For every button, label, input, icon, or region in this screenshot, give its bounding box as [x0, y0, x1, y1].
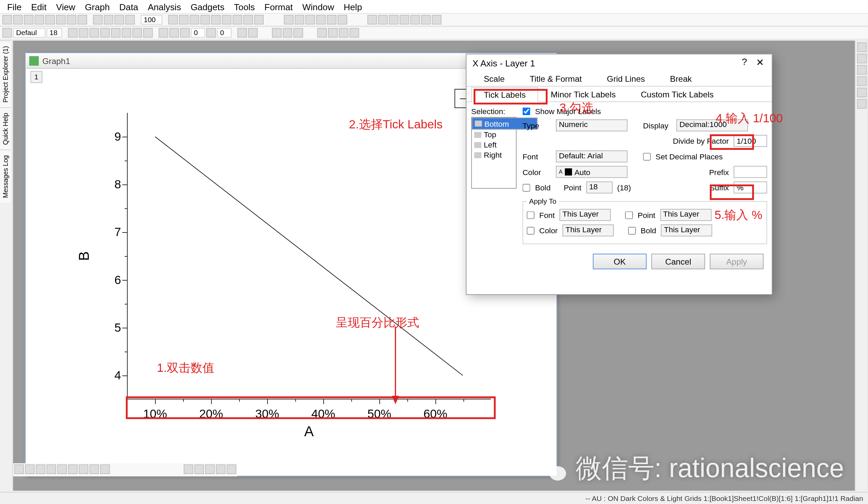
hist-icon[interactable]: [216, 464, 226, 474]
stat-icon[interactable]: [227, 464, 236, 474]
bar-plot-icon[interactable]: [46, 464, 56, 474]
apps-icon[interactable]: [857, 54, 866, 63]
reader-icon[interactable]: [327, 15, 337, 24]
show-major-labels-checkbox[interactable]: [523, 108, 530, 115]
line-style-icon[interactable]: [158, 28, 168, 38]
aux1-icon[interactable]: [421, 15, 431, 24]
scatter-plot-icon[interactable]: [36, 464, 45, 474]
merge-icon[interactable]: [200, 15, 210, 24]
pattern-icon[interactable]: [238, 28, 247, 38]
x-axis-label[interactable]: A: [304, 423, 314, 440]
object-manager-icon[interactable]: [857, 42, 866, 52]
align-icon[interactable]: [328, 28, 338, 38]
gs-icon[interactable]: [410, 15, 420, 24]
paste-icon[interactable]: [115, 15, 124, 24]
font-color-icon[interactable]: [132, 28, 142, 38]
box-icon[interactable]: [205, 464, 215, 474]
pie-plot-icon[interactable]: [68, 464, 78, 474]
line-width-icon[interactable]: [169, 28, 179, 38]
line-plot-icon[interactable]: [25, 464, 35, 474]
x-axis[interactable]: [127, 399, 490, 400]
axes[interactable]: 9 8 7 6 5 4 10% 20% 30% 40% 5: [127, 113, 490, 399]
set-decimal-checkbox[interactable]: [643, 153, 651, 160]
font-size-input[interactable]: [46, 28, 62, 38]
selection-right[interactable]: Right: [472, 150, 516, 160]
bold-checkbox[interactable]: [523, 183, 530, 191]
menu-view[interactable]: View: [52, 1, 79, 12]
add-axes-icon[interactable]: [222, 15, 231, 24]
applyto-bold-scope[interactable]: This Layer: [661, 224, 713, 236]
marker-icon[interactable]: [248, 28, 258, 38]
menu-help[interactable]: Help: [340, 1, 365, 12]
area-plot-icon[interactable]: [79, 464, 88, 474]
refresh-icon[interactable]: [125, 15, 135, 24]
menu-file[interactable]: File: [4, 1, 25, 12]
suffix-input[interactable]: [734, 182, 767, 193]
tab-break[interactable]: Break: [658, 71, 704, 86]
text-tool-icon[interactable]: [2, 28, 12, 38]
menu-graph[interactable]: Graph: [81, 1, 113, 12]
menu-edit[interactable]: Edit: [28, 1, 50, 12]
prefix-input[interactable]: [734, 166, 767, 178]
tab-tick-labels[interactable]: Tick Labels: [471, 87, 538, 102]
other-dock2-icon[interactable]: [857, 99, 866, 109]
group-icon[interactable]: [339, 28, 349, 38]
new-excel-icon[interactable]: [24, 15, 33, 24]
dialog-titlebar[interactable]: X Axis - Layer 1 ? ✕: [466, 54, 772, 71]
quick-help-tab[interactable]: Quick Help: [0, 107, 11, 150]
pointer-icon[interactable]: [14, 464, 24, 474]
copy-icon[interactable]: [104, 15, 113, 24]
point-select[interactable]: 18: [586, 182, 612, 193]
new-matrix-icon[interactable]: [45, 15, 55, 24]
mask-icon[interactable]: [272, 28, 281, 38]
stock-icon[interactable]: [184, 464, 193, 474]
italic-icon[interactable]: [79, 28, 88, 38]
selection-left[interactable]: Left: [472, 140, 516, 150]
aux2-icon[interactable]: [432, 15, 441, 24]
rescale-icon[interactable]: [179, 15, 188, 24]
dup-icon[interactable]: [254, 15, 264, 24]
xyz-icon[interactable]: [368, 15, 377, 24]
underline-icon[interactable]: [90, 28, 99, 38]
extract-icon[interactable]: [211, 15, 221, 24]
bg-color-icon[interactable]: [143, 28, 153, 38]
type-select[interactable]: Numeric: [556, 120, 628, 131]
data-line[interactable]: [127, 113, 490, 399]
menu-format[interactable]: Format: [261, 1, 296, 12]
y-axis-label[interactable]: B: [76, 251, 93, 261]
zoom-out-icon[interactable]: [294, 15, 304, 24]
open-icon[interactable]: [56, 15, 66, 24]
cancel-button[interactable]: Cancel: [651, 254, 705, 269]
fill-icon[interactable]: [207, 28, 216, 38]
column-plot-icon[interactable]: [57, 464, 67, 474]
region-icon[interactable]: [293, 28, 303, 38]
new-project-icon[interactable]: [2, 15, 12, 24]
menu-gadgets[interactable]: Gadgets: [187, 1, 228, 12]
plot-setup-icon[interactable]: [168, 15, 178, 24]
superscript-icon[interactable]: [100, 28, 110, 38]
wire-icon[interactable]: [400, 15, 409, 24]
zoom-all-icon[interactable]: [316, 15, 326, 24]
selection-list[interactable]: Bottom Top Left Right: [471, 117, 517, 189]
ungroup-icon[interactable]: [350, 28, 359, 38]
other-dock-icon[interactable]: [857, 88, 866, 98]
divide-by-factor-input[interactable]: [734, 135, 767, 147]
applyto-bold-checkbox[interactable]: [628, 226, 636, 234]
menu-data[interactable]: Data: [116, 1, 142, 12]
tab-minor-tick-labels[interactable]: Minor Tick Labels: [538, 87, 629, 101]
applyto-font-scope[interactable]: This Layer: [559, 209, 611, 221]
menu-tools[interactable]: Tools: [230, 1, 258, 12]
selection-top[interactable]: Top: [472, 129, 516, 140]
menu-analysis[interactable]: Analysis: [144, 1, 185, 12]
apply-button[interactable]: Apply: [710, 254, 764, 269]
add-inset-icon[interactable]: [233, 15, 242, 24]
layer-indicator[interactable]: 1: [30, 71, 42, 83]
applyto-point-checkbox[interactable]: [625, 211, 633, 219]
rotate-icon[interactable]: [378, 15, 388, 24]
line-color-icon[interactable]: [180, 28, 189, 38]
font-name-input[interactable]: [13, 28, 45, 38]
pan-icon[interactable]: [306, 15, 315, 24]
vector-icon[interactable]: [194, 464, 204, 474]
new-workbook-icon[interactable]: [13, 15, 23, 24]
subscript-icon[interactable]: [111, 28, 121, 38]
